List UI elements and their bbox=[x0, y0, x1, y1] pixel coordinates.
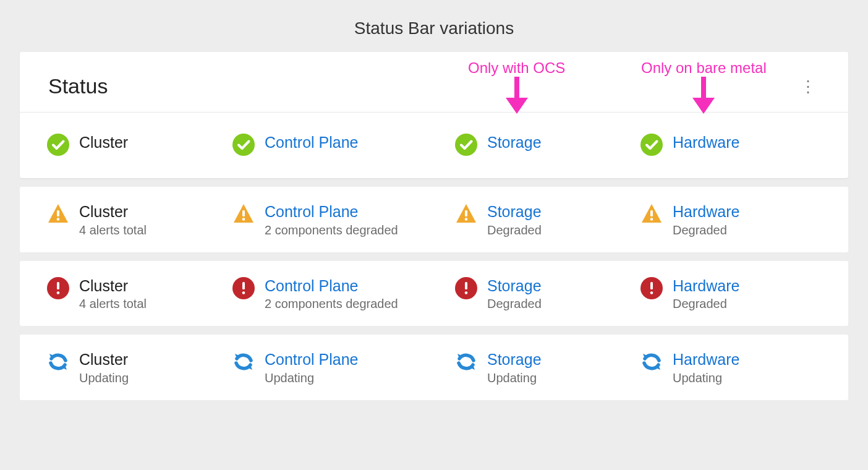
svg-point-9 bbox=[465, 218, 468, 221]
status-item-cluster: Cluster Updating bbox=[47, 349, 232, 385]
status-item-storage[interactable]: Storage Degraded bbox=[455, 202, 640, 237]
arrow-down-icon bbox=[503, 77, 530, 114]
page-title: Status Bar variations bbox=[20, 19, 848, 38]
status-item-label: Cluster bbox=[79, 276, 147, 296]
status-item-label: Control Plane bbox=[265, 349, 358, 370]
status-item-sublabel: Degraded bbox=[673, 297, 739, 311]
status-item-hardware[interactable]: Hardware Degraded bbox=[640, 202, 821, 237]
updating-icon bbox=[232, 351, 255, 373]
status-item-storage[interactable]: Storage Updating bbox=[455, 349, 640, 385]
svg-point-11 bbox=[650, 218, 653, 221]
status-item-cluster: Cluster bbox=[47, 132, 232, 156]
warning-icon bbox=[47, 203, 69, 225]
status-item-cluster: Cluster 4 alerts total bbox=[47, 276, 232, 312]
status-row-updating: Cluster Updating Control Plane Updating … bbox=[20, 335, 848, 400]
svg-rect-8 bbox=[465, 210, 467, 216]
status-item-storage[interactable]: Storage bbox=[455, 132, 640, 156]
svg-rect-13 bbox=[57, 282, 59, 289]
warning-icon bbox=[232, 203, 255, 225]
check-icon bbox=[455, 134, 477, 156]
status-item-label: Hardware bbox=[673, 132, 739, 153]
status-item-label: Cluster bbox=[79, 202, 147, 222]
arrow-down-icon bbox=[690, 77, 717, 114]
status-item-label: Storage bbox=[487, 132, 542, 153]
status-row-ok: Cluster Control Plane Storage Hardware bbox=[20, 113, 848, 176]
status-row-warning: Cluster 4 alerts total Control Plane 2 c… bbox=[20, 187, 848, 252]
status-item-hardware[interactable]: Hardware bbox=[640, 132, 821, 156]
status-item-control-plane[interactable]: Control Plane 2 components degraded bbox=[232, 276, 455, 312]
error-icon bbox=[47, 277, 69, 299]
status-item-sublabel: 2 components degraded bbox=[265, 223, 398, 237]
svg-point-0 bbox=[47, 134, 69, 156]
status-row-error: Cluster 4 alerts total Control Plane 2 c… bbox=[20, 261, 848, 327]
svg-point-17 bbox=[242, 291, 245, 294]
status-item-label: Storage bbox=[487, 276, 542, 296]
svg-point-5 bbox=[57, 218, 60, 221]
check-icon bbox=[640, 134, 663, 156]
annotation-ocs: Only with OCS bbox=[468, 59, 565, 114]
svg-point-3 bbox=[640, 134, 663, 156]
updating-icon bbox=[640, 351, 663, 373]
status-item-label: Control Plane bbox=[265, 202, 398, 222]
status-item-sublabel: Degraded bbox=[673, 223, 739, 237]
status-item-label: Hardware bbox=[673, 276, 739, 296]
svg-point-2 bbox=[455, 134, 477, 156]
status-item-sublabel: Degraded bbox=[487, 297, 542, 311]
check-icon bbox=[47, 134, 69, 156]
status-item-label: Cluster bbox=[79, 132, 128, 153]
warning-icon bbox=[640, 203, 663, 225]
kebab-menu-icon[interactable]: ⋮ bbox=[796, 75, 820, 98]
annotation-ocs-label: Only with OCS bbox=[468, 59, 565, 77]
status-item-sublabel: 2 components degraded bbox=[265, 297, 398, 311]
warning-icon bbox=[455, 203, 477, 225]
status-item-hardware[interactable]: Hardware Degraded bbox=[640, 276, 821, 312]
status-item-control-plane[interactable]: Control Plane bbox=[232, 132, 455, 156]
status-item-label: Cluster bbox=[79, 349, 129, 370]
status-item-hardware[interactable]: Hardware Updating bbox=[640, 349, 821, 385]
error-icon bbox=[455, 277, 477, 299]
status-item-label: Control Plane bbox=[265, 132, 358, 153]
error-icon bbox=[232, 277, 255, 299]
status-item-cluster: Cluster 4 alerts total bbox=[47, 202, 232, 237]
status-item-sublabel: Updating bbox=[487, 371, 542, 385]
svg-point-14 bbox=[57, 291, 60, 294]
status-item-sublabel: Updating bbox=[265, 371, 358, 385]
status-card-header: Status ⋮ Only with OCS Only on bare meta… bbox=[20, 52, 848, 113]
status-item-sublabel: Updating bbox=[79, 371, 129, 385]
annotation-bare-metal: Only on bare metal bbox=[641, 59, 767, 114]
status-item-label: Storage bbox=[487, 202, 542, 222]
status-item-label: Storage bbox=[487, 349, 542, 370]
svg-rect-10 bbox=[650, 210, 653, 216]
status-title: Status bbox=[48, 74, 108, 98]
svg-point-23 bbox=[650, 291, 653, 294]
status-item-sublabel: Updating bbox=[673, 371, 739, 385]
status-item-label: Hardware bbox=[673, 202, 739, 222]
updating-icon bbox=[455, 351, 477, 373]
status-item-control-plane[interactable]: Control Plane 2 components degraded bbox=[232, 202, 455, 237]
svg-rect-16 bbox=[242, 282, 245, 289]
check-icon bbox=[232, 134, 255, 156]
svg-rect-4 bbox=[57, 210, 59, 216]
status-item-control-plane[interactable]: Control Plane Updating bbox=[232, 349, 455, 385]
svg-rect-19 bbox=[465, 282, 467, 289]
svg-rect-22 bbox=[650, 282, 653, 289]
status-item-label: Control Plane bbox=[265, 276, 398, 296]
status-item-sublabel: 4 alerts total bbox=[79, 297, 147, 311]
svg-point-7 bbox=[242, 218, 245, 221]
svg-rect-6 bbox=[242, 210, 245, 216]
error-icon bbox=[640, 277, 663, 299]
status-item-label: Hardware bbox=[673, 349, 739, 370]
status-item-storage[interactable]: Storage Degraded bbox=[455, 276, 640, 312]
updating-icon bbox=[47, 351, 69, 373]
annotation-bare-metal-label: Only on bare metal bbox=[641, 59, 767, 77]
svg-point-20 bbox=[465, 291, 468, 294]
status-item-sublabel: Degraded bbox=[487, 223, 542, 237]
status-card: Status ⋮ Only with OCS Only on bare meta… bbox=[20, 52, 848, 178]
svg-point-1 bbox=[232, 134, 255, 156]
status-item-sublabel: 4 alerts total bbox=[79, 223, 147, 237]
